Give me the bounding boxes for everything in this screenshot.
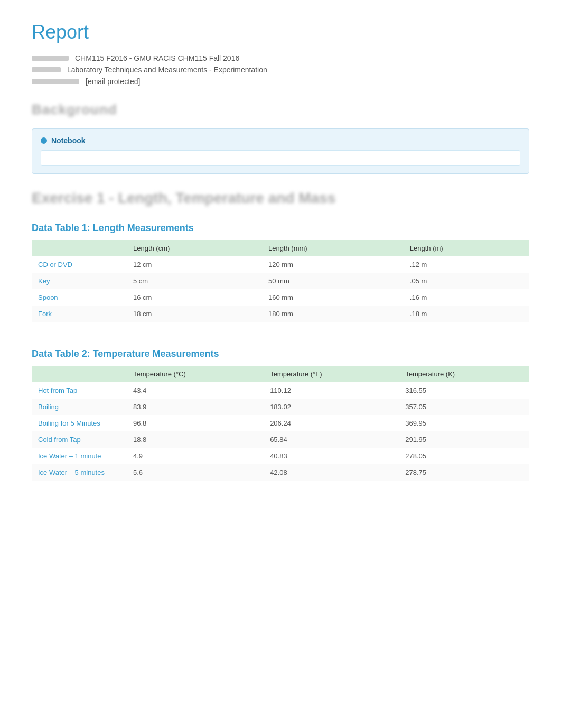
- table1-col-header-1: Length (cm): [127, 240, 262, 256]
- background-heading: Background: [32, 102, 529, 118]
- meta-bar-2: [32, 67, 61, 72]
- table1-row-m-1: .05 m: [404, 273, 529, 289]
- table1-row-label-0: CD or DVD: [32, 256, 127, 273]
- table2-row-k-1: 357.05: [399, 399, 529, 415]
- table2-row-f-2: 206.24: [264, 415, 399, 431]
- meta-block: CHM115 F2016 - GMU RACIS CHM115 Fall 201…: [32, 54, 529, 86]
- table2-row-k-5: 278.75: [399, 464, 529, 481]
- table2-row-f-5: 42.08: [264, 464, 399, 481]
- meta-row-3: [email protected]: [32, 77, 529, 86]
- table2-col-header-1: Temperature (°C): [127, 366, 264, 382]
- table2-row-label-1: Boiling: [32, 399, 127, 415]
- meta-text-1: CHM115 F2016 - GMU RACIS CHM115 Fall 201…: [75, 54, 239, 62]
- table2-row-c-1: 83.9: [127, 399, 264, 415]
- table1-row-mm-0: 120 mm: [262, 256, 404, 273]
- table1-row-m-0: .12 m: [404, 256, 529, 273]
- table1-row-cm-2: 16 cm: [127, 289, 262, 306]
- table2-header-row: Temperature (°C) Temperature (°F) Temper…: [32, 366, 529, 382]
- exercise-heading: Exercise 1 - Length, Temperature and Mas…: [32, 190, 529, 207]
- table1-row-m-2: .16 m: [404, 289, 529, 306]
- table2-row-label-0: Hot from Tap: [32, 382, 127, 399]
- table-row: Boiling for 5 Minutes 96.8 206.24 369.95: [32, 415, 529, 431]
- table2-col-header-0: [32, 366, 127, 382]
- meta-bar-1: [32, 56, 69, 61]
- table-row: CD or DVD 12 cm 120 mm .12 m: [32, 256, 529, 273]
- table1-row-cm-0: 12 cm: [127, 256, 262, 273]
- table1-row-m-3: .18 m: [404, 306, 529, 322]
- table2-row-f-0: 110.12: [264, 382, 399, 399]
- table2-col-header-3: Temperature (K): [399, 366, 529, 382]
- table1-row-label-1: Key: [32, 273, 127, 289]
- table2-col-header-2: Temperature (°F): [264, 366, 399, 382]
- table-row: Cold from Tap 18.8 65.84 291.95: [32, 431, 529, 448]
- table-row: Spoon 16 cm 160 mm .16 m: [32, 289, 529, 306]
- table2-row-k-4: 278.05: [399, 448, 529, 464]
- data-table-1-section: Data Table 1: Length Measurements Length…: [32, 223, 529, 322]
- table1-row-cm-1: 5 cm: [127, 273, 262, 289]
- notebook-dot-icon: [41, 137, 47, 144]
- table2-row-f-3: 65.84: [264, 431, 399, 448]
- length-measurements-table: Length (cm) Length (mm) Length (m) CD or…: [32, 240, 529, 322]
- table-row: Ice Water – 1 minute 4.9 40.83 278.05: [32, 448, 529, 464]
- meta-row-2: Laboratory Techniques and Measurements -…: [32, 66, 529, 74]
- data-table-2-title: Data Table 2: Temperature Measurements: [32, 348, 529, 360]
- table1-row-mm-2: 160 mm: [262, 289, 404, 306]
- table2-row-c-2: 96.8: [127, 415, 264, 431]
- temperature-measurements-table: Temperature (°C) Temperature (°F) Temper…: [32, 366, 529, 481]
- data-table-1-title: Data Table 1: Length Measurements: [32, 223, 529, 234]
- data-table-2-section: Data Table 2: Temperature Measurements T…: [32, 348, 529, 481]
- table-row: Ice Water – 5 minutes 5.6 42.08 278.75: [32, 464, 529, 481]
- table1-row-cm-3: 18 cm: [127, 306, 262, 322]
- table2-row-label-3: Cold from Tap: [32, 431, 127, 448]
- table1-col-header-3: Length (m): [404, 240, 529, 256]
- table1-col-header-2: Length (mm): [262, 240, 404, 256]
- meta-text-2: Laboratory Techniques and Measurements -…: [67, 66, 267, 74]
- notebook-box: Notebook: [32, 128, 529, 174]
- table2-row-f-4: 40.83: [264, 448, 399, 464]
- meta-bar-3: [32, 79, 79, 84]
- table1-row-mm-1: 50 mm: [262, 273, 404, 289]
- meta-text-3: [email protected]: [86, 77, 141, 86]
- table2-row-k-3: 291.95: [399, 431, 529, 448]
- table2-row-label-2: Boiling for 5 Minutes: [32, 415, 127, 431]
- table1-row-label-2: Spoon: [32, 289, 127, 306]
- notebook-input-bar[interactable]: [41, 150, 520, 166]
- table-row: Boiling 83.9 183.02 357.05: [32, 399, 529, 415]
- meta-row-1: CHM115 F2016 - GMU RACIS CHM115 Fall 201…: [32, 54, 529, 62]
- page-title: Report: [32, 21, 529, 43]
- table2-row-k-2: 369.95: [399, 415, 529, 431]
- table2-row-c-4: 4.9: [127, 448, 264, 464]
- notebook-header: Notebook: [41, 136, 520, 145]
- table2-row-c-3: 18.8: [127, 431, 264, 448]
- table1-row-mm-3: 180 mm: [262, 306, 404, 322]
- notebook-label: Notebook: [51, 136, 86, 145]
- table2-row-c-5: 5.6: [127, 464, 264, 481]
- table-row: Hot from Tap 43.4 110.12 316.55: [32, 382, 529, 399]
- table1-header-row: Length (cm) Length (mm) Length (m): [32, 240, 529, 256]
- table2-row-c-0: 43.4: [127, 382, 264, 399]
- table2-row-k-0: 316.55: [399, 382, 529, 399]
- table1-row-label-3: Fork: [32, 306, 127, 322]
- table-row: Key 5 cm 50 mm .05 m: [32, 273, 529, 289]
- table2-row-label-5: Ice Water – 5 minutes: [32, 464, 127, 481]
- table-row: Fork 18 cm 180 mm .18 m: [32, 306, 529, 322]
- table2-row-f-1: 183.02: [264, 399, 399, 415]
- table1-col-header-0: [32, 240, 127, 256]
- table2-row-label-4: Ice Water – 1 minute: [32, 448, 127, 464]
